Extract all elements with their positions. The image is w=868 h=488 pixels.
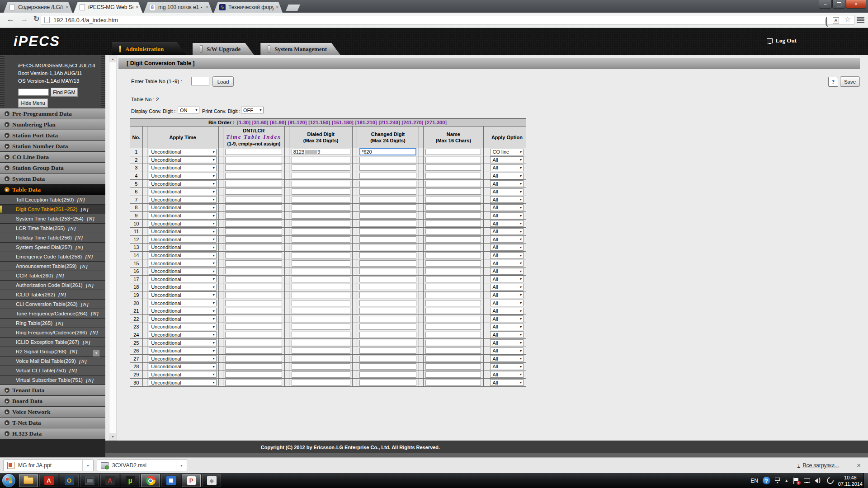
sidebar-category-board-data[interactable]: ▶Board Data (0, 396, 105, 406)
dnt-input[interactable] (225, 268, 282, 274)
sidebar-item-holiday-time-table-256[interactable]: Holiday Time Table(256)[N] (0, 233, 105, 242)
name-input[interactable] (425, 316, 481, 322)
sidebar-category-pre-programmed-data[interactable]: ▶Pre-Programmed Data (0, 108, 105, 119)
window-switch-icon[interactable]: ▾ (775, 478, 780, 484)
dnt-input[interactable] (225, 324, 282, 330)
browser-tab-mg-100-e1[interactable]: 8mg 100 поток e1 - Поиск× (144, 2, 212, 13)
blue-app-icon[interactable] (161, 474, 180, 487)
sidebar-item-virtual-cli-table-750[interactable]: Virtual CLI Table(750)[N] (0, 366, 105, 375)
download-item-mg-for-ja-ppt[interactable]: MG for JA.ppt▼ (3, 460, 94, 471)
name-input[interactable] (425, 228, 481, 235)
sidebar-item-tone-frequency-cadence-264[interactable]: Tone Frequency/Cadence(264)[N] (0, 309, 105, 318)
apply-time-select[interactable]: Unconditional▼ (149, 164, 217, 171)
dnt-input[interactable] (225, 228, 282, 235)
apply-option-select[interactable]: All▼ (490, 363, 524, 370)
apply-time-select[interactable]: Unconditional▼ (149, 156, 217, 163)
hidden-icons-arrow[interactable]: ▲ (785, 479, 788, 483)
changed-digit-input[interactable] (359, 204, 416, 211)
find-pgm-input[interactable] (18, 89, 49, 96)
diamond-app-icon[interactable]: ◆ (202, 474, 221, 487)
apply-option-select[interactable]: All▼ (490, 276, 524, 282)
dnt-input[interactable] (225, 276, 282, 282)
apply-time-select[interactable]: Unconditional▼ (149, 379, 217, 386)
changed-digit-input[interactable] (359, 363, 416, 370)
adobe-reader-icon[interactable]: A (39, 474, 58, 487)
dnt-input[interactable] (225, 188, 282, 195)
apply-option-select[interactable]: All▼ (490, 236, 524, 243)
show-desktop-button[interactable] (863, 473, 868, 488)
volume-icon[interactable]: ) (815, 478, 822, 484)
changed-digit-input[interactable] (359, 356, 416, 362)
restore-button[interactable] (832, 0, 845, 9)
name-input[interactable] (425, 276, 481, 282)
apply-time-select[interactable]: Unconditional▼ (149, 291, 217, 298)
dialed-digit-input[interactable] (292, 244, 350, 250)
display-conv-select[interactable]: ON▼ (178, 107, 199, 113)
apply-option-select[interactable]: All▼ (490, 252, 524, 259)
dialed-digit-input[interactable] (292, 356, 350, 362)
apply-option-select[interactable]: All▼ (490, 260, 524, 267)
apply-option-select[interactable]: All▼ (490, 180, 524, 187)
changed-digit-input[interactable] (359, 157, 416, 163)
dialed-digit-input[interactable] (292, 228, 350, 235)
browser-tab-ipecs-mg-web-services[interactable]: iPECS-MG Web Services× (74, 2, 142, 13)
apply-time-select[interactable]: Unconditional▼ (149, 355, 217, 362)
outlook-icon[interactable]: O (60, 474, 79, 487)
sidebar-category-h-323-data[interactable]: ▶H.323 Data (0, 428, 105, 439)
sidebar-item-virtual-subscriber-table-751[interactable]: Virtual Subscriber Table(751)[N] (0, 375, 105, 385)
new-tab-button[interactable] (286, 5, 300, 11)
print-conv-select[interactable]: OFF▼ (241, 107, 264, 113)
changed-digit-input[interactable] (359, 181, 416, 187)
apply-time-select[interactable]: Unconditional▼ (149, 300, 217, 306)
apply-time-select[interactable]: Unconditional▼ (149, 212, 217, 219)
apply-time-select[interactable]: Unconditional▼ (149, 180, 217, 187)
apply-time-select[interactable]: Unconditional▼ (149, 196, 217, 203)
help-tray-icon[interactable]: ? (763, 477, 770, 484)
back-icon[interactable]: ← (6, 14, 14, 24)
name-input[interactable] (425, 157, 481, 163)
apply-option-select[interactable]: All▼ (490, 228, 524, 235)
apply-option-select[interactable]: All▼ (490, 371, 524, 378)
apply-option-select[interactable]: All▼ (490, 164, 524, 171)
apply-option-select[interactable]: All▼ (490, 204, 524, 211)
clock[interactable]: 10:48 07.11.2014 (838, 474, 863, 487)
time-table-index-link[interactable]: Time Table Index (226, 134, 281, 141)
dialed-digit-input[interactable] (292, 324, 350, 330)
sidebar-category-tenant-data[interactable]: ▶Tenant Data (0, 385, 105, 395)
apply-time-select[interactable]: Unconditional▼ (149, 284, 217, 291)
apply-option-select[interactable]: All▼ (490, 156, 524, 163)
utorrent-icon[interactable]: µ (121, 474, 140, 487)
minimize-button[interactable]: – (819, 0, 832, 9)
browser-tab-[interactable]: ϟТехнический форум по н× (214, 2, 283, 13)
dialed-digit-input[interactable] (292, 308, 350, 314)
download-manager-tray-icon[interactable] (826, 476, 835, 485)
apply-option-select[interactable]: All▼ (490, 331, 524, 338)
hide-menu-button[interactable]: Hide Menu (18, 99, 48, 108)
name-input[interactable] (425, 308, 481, 314)
name-input[interactable] (425, 221, 481, 227)
bin-order-link[interactable]: [151-180] (332, 120, 354, 125)
changed-digit-input[interactable] (359, 347, 416, 354)
bin-order-link[interactable]: [91-120] (288, 120, 307, 125)
sidebar-item-voice-mail-dial-table-269[interactable]: Voice Mail Dial Table(269)[N] (0, 357, 105, 366)
translate-icon[interactable]: A (833, 17, 839, 23)
changed-digit-input[interactable] (359, 371, 416, 378)
changed-digit-input[interactable] (359, 316, 416, 322)
changed-digit-input[interactable] (359, 308, 416, 314)
name-input[interactable] (425, 188, 481, 195)
name-input[interactable] (425, 173, 481, 179)
nav-tab-administration[interactable]: Administration (112, 42, 186, 55)
sidebar-item-iclid-exception-table-267[interactable]: ICLID Exception Table(267)[N] (0, 338, 105, 347)
dialed-digit-input[interactable] (292, 252, 350, 258)
apply-option-select[interactable]: All▼ (490, 244, 524, 251)
dialed-digit-input[interactable] (292, 380, 350, 386)
dialed-digit-input[interactable] (292, 181, 350, 187)
sidebar-item-lcr-time-table-255[interactable]: LCR Time Table(255)[N] (0, 224, 105, 233)
bin-order-link[interactable]: [121-150] (308, 120, 330, 125)
dnt-input[interactable] (225, 157, 282, 163)
dnt-input[interactable] (225, 173, 282, 179)
changed-digit-input[interactable] (359, 380, 416, 386)
zoom-icon[interactable] (826, 18, 827, 26)
sidebar-category-station-port-data[interactable]: ▶Station Port Data (0, 130, 105, 141)
apply-time-select[interactable]: Unconditional▼ (149, 173, 217, 179)
